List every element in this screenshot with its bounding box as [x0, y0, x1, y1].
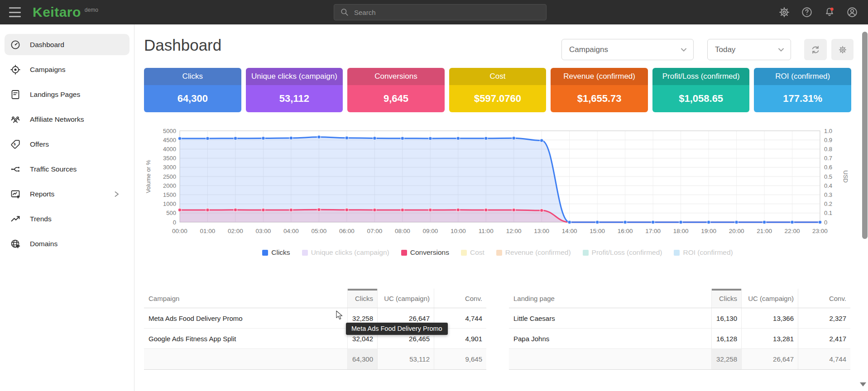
column-header-uc-campaign[interactable]: UC (campaign) [377, 289, 434, 308]
uc-cell: 13,366 [741, 308, 798, 328]
metric-card-title: Unique clicks (campaign) [246, 68, 343, 85]
legend-item-revenue-confirmed[interactable]: Revenue (confirmed) [496, 248, 571, 257]
metric-card-clicks: Clicks64,300 [144, 68, 241, 112]
menu-icon[interactable] [9, 7, 21, 17]
refresh-button[interactable] [804, 39, 827, 60]
legend-swatch [674, 250, 680, 256]
svg-text:05:00: 05:00 [311, 228, 326, 234]
uc-cell: 13,281 [741, 329, 798, 348]
svg-text:3000: 3000 [163, 164, 176, 171]
legend-item-profit-loss-confirmed[interactable]: Profit/Loss (confirmed) [583, 248, 662, 257]
legend-item-conversions[interactable]: Conversions [401, 248, 449, 257]
column-header-conv[interactable]: Conv. [798, 289, 850, 308]
scrollbar-thumb[interactable] [862, 32, 868, 239]
sidebar-item-domains[interactable]: Domains [5, 233, 129, 254]
svg-text:0.5: 0.5 [824, 173, 832, 180]
svg-text:16:00: 16:00 [618, 228, 633, 234]
metric-cards: Clicks64,300 Unique clicks (campaign)53,… [144, 68, 851, 112]
column-header-uc-campaign[interactable]: UC (campaign) [741, 289, 798, 308]
search-bar[interactable] [334, 4, 547, 20]
trends-icon [10, 214, 21, 224]
legend-item-clicks[interactable]: Clicks [262, 248, 290, 257]
svg-text:3500: 3500 [163, 155, 176, 162]
totals-uc-cell: 26,647 [741, 349, 798, 369]
campaign-name-cell[interactable]: Google Ads Fitness App Split [144, 329, 347, 348]
svg-text:10:00: 10:00 [451, 228, 466, 234]
notifications-icon[interactable] [824, 6, 835, 18]
metric-card-value: 53,112 [246, 85, 343, 112]
sidebar-item-trends[interactable]: Trends [5, 208, 129, 229]
totals-uc-cell: 53,112 [377, 349, 434, 369]
dashboard-line-chart[interactable]: 00:0001:0002:0003:0004:0005:0006:0007:00… [144, 121, 851, 240]
svg-text:06:00: 06:00 [339, 228, 355, 234]
svg-text:1000: 1000 [163, 200, 176, 207]
svg-text:Volume or %: Volume or % [145, 160, 152, 193]
sidebar-item-traffic-sources[interactable]: Traffic Sources [5, 158, 129, 180]
settings-icon[interactable] [778, 6, 790, 18]
legend-label: Profit/Loss (confirmed) [592, 248, 662, 257]
legend-item-roi-confirmed[interactable]: ROI (confirmed) [674, 248, 733, 257]
row-tooltip: Meta Ads Food Delivery Promo [346, 323, 448, 335]
svg-text:11:00: 11:00 [479, 228, 494, 234]
svg-text:00:00: 00:00 [172, 228, 187, 234]
conv-cell: 2,327 [798, 308, 850, 328]
totals-empty-cell [509, 349, 711, 369]
table-header-row: Landing page Clicks UC (campaign) Conv. [509, 289, 850, 308]
svg-text:01:00: 01:00 [200, 228, 216, 234]
sidebar-item-campaigns[interactable]: Campaigns [5, 59, 129, 80]
column-header-clicks[interactable]: Clicks [711, 289, 741, 308]
traffic-sources-icon [10, 164, 21, 175]
scroll-down-arrow[interactable] [860, 382, 866, 386]
column-header-campaign[interactable]: Campaign [144, 289, 347, 308]
search-input[interactable] [354, 9, 546, 16]
metric-card-value: $1,058.65 [652, 85, 750, 112]
campaigns-filter-select[interactable]: Campaigns [561, 39, 694, 60]
sidebar-item-label: Offers [30, 140, 49, 148]
svg-text:0.1: 0.1 [824, 210, 832, 216]
legend-item-cost[interactable]: Cost [461, 248, 484, 257]
dashboard-settings-button[interactable] [831, 39, 854, 60]
gear-icon [838, 45, 847, 54]
sidebar: Dashboard Campaigns Landings Pages Affil… [0, 24, 134, 391]
svg-text:17:00: 17:00 [645, 228, 661, 234]
metric-card-unique-clicks: Unique clicks (campaign)53,112 [246, 68, 343, 112]
account-icon[interactable] [846, 6, 858, 18]
chevron-right-icon [112, 190, 120, 198]
campaign-name-cell[interactable]: Meta Ads Food Delivery Promo [144, 308, 347, 328]
sidebar-item-offers[interactable]: $ Offers [5, 134, 129, 155]
topbar: Keitaro demo [0, 0, 868, 24]
svg-text:18:00: 18:00 [673, 228, 689, 234]
sidebar-item-landings-pages[interactable]: Landings Pages [5, 84, 129, 105]
svg-text:1.0: 1.0 [824, 128, 832, 134]
svg-text:03:00: 03:00 [256, 228, 271, 234]
sidebar-item-affiliate-networks[interactable]: Affiliate Networks [5, 109, 129, 130]
svg-text:0.7: 0.7 [824, 155, 832, 162]
metric-card-title: Profit/Loss (confirmed) [652, 68, 750, 85]
svg-text:USD: USD [842, 170, 849, 182]
legend-label: Conversions [410, 248, 449, 257]
landing-page-name-cell[interactable]: Papa Johns [509, 329, 711, 348]
metric-card-title: Conversions [347, 68, 445, 85]
metric-card-title: Revenue (confirmed) [551, 68, 648, 85]
column-header-landing-page[interactable]: Landing page [509, 289, 711, 308]
column-header-conv[interactable]: Conv. [434, 289, 486, 308]
metric-card-value: 64,300 [144, 85, 241, 112]
svg-text:2000: 2000 [163, 182, 176, 189]
svg-text:07:00: 07:00 [367, 228, 382, 234]
landing-page-name-cell[interactable]: Little Caesars [509, 308, 711, 328]
metric-card-title: ROI (confirmed) [754, 68, 851, 85]
svg-text:09:00: 09:00 [422, 228, 438, 234]
campaigns-icon [10, 64, 21, 75]
reports-icon [10, 189, 21, 200]
landings-pages-icon [10, 89, 21, 100]
brand-logo[interactable]: Keitaro demo [33, 4, 98, 21]
legend-item-unique-clicks-campaign[interactable]: Unique clicks (campaign) [302, 248, 389, 257]
date-range-select[interactable]: Today [707, 39, 791, 60]
svg-text:20:00: 20:00 [729, 228, 744, 234]
column-header-clicks[interactable]: Clicks [347, 289, 377, 308]
sidebar-item-dashboard[interactable]: Dashboard [5, 34, 129, 55]
sidebar-item-reports[interactable]: Reports [5, 183, 129, 205]
clicks-cell: 16,130 [711, 308, 741, 328]
help-icon[interactable] [801, 6, 813, 18]
refresh-icon [810, 45, 820, 55]
